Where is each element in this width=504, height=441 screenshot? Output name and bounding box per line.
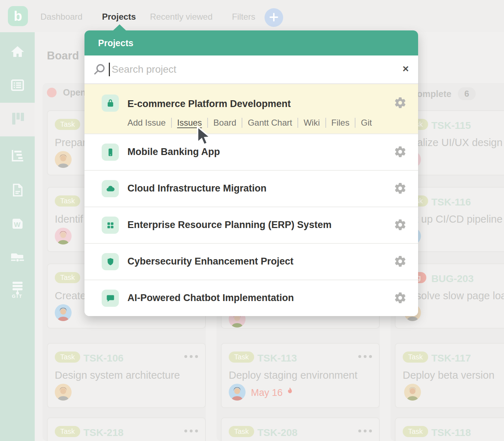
task-badge: Task	[403, 352, 428, 363]
task-card[interactable]: Task TSK-218	[47, 417, 206, 441]
card-menu-dots[interactable]	[358, 355, 372, 358]
gear-icon[interactable]	[394, 218, 407, 233]
close-icon[interactable]: ×	[402, 63, 409, 75]
quick-link-board[interactable]: Board	[207, 118, 236, 128]
card-menu-dots[interactable]	[184, 430, 198, 432]
nav-recently-viewed[interactable]: Recently viewed	[150, 12, 213, 22]
task-badge: Task	[55, 426, 80, 437]
quick-link-git[interactable]: Git	[355, 118, 372, 128]
quick-link-add-issue[interactable]: Add Issue	[127, 118, 166, 128]
task-card[interactable]: Task TSK-117 Deploy beta version	[395, 343, 504, 408]
folder-network-icon	[9, 249, 26, 268]
sidebar-item-board[interactable]	[0, 107, 35, 132]
task-badge: Task	[229, 352, 254, 363]
project-row-ecommerce[interactable]: E-commerce Platform Development Add Issu…	[84, 84, 418, 134]
task-card[interactable]: Task TSK-118	[395, 417, 504, 441]
sidebar-item-home[interactable]	[0, 40, 35, 65]
document-icon	[9, 181, 26, 200]
card-id: TSK-117	[431, 353, 471, 364]
sidebar-item-gantt[interactable]	[0, 144, 35, 169]
search-input[interactable]: Search project ×	[84, 55, 418, 84]
projects-popup: Projects Search project × E-commerce Pla…	[84, 30, 418, 316]
card-title: Design system architecture	[55, 369, 180, 381]
project-row-cybersecurity[interactable]: Cybersecurity Enhancement Project	[84, 243, 418, 280]
sidebar-item-wiki[interactable]: W	[0, 212, 35, 237]
project-row-cloud-infrastructure[interactable]: Cloud Infrastructure Migration	[84, 170, 418, 207]
project-row-erp[interactable]: Enterprise Resource Planning (ERP) Syste…	[84, 207, 418, 243]
card-id: TSK-118	[431, 427, 471, 438]
chat-bubble-icon	[102, 290, 119, 307]
sidebar-item-backlog[interactable]	[0, 73, 35, 98]
project-name[interactable]: AI-Powered Chatbot Implementation	[127, 292, 294, 304]
quick-links: Add Issue Issues Board Gantt Chart Wiki …	[127, 118, 372, 128]
card-menu-dots[interactable]	[358, 430, 372, 432]
task-badge: Task	[55, 352, 80, 363]
quick-link-gantt-chart[interactable]: Gantt Chart	[242, 118, 292, 128]
fire-icon	[286, 387, 294, 399]
project-name[interactable]: Mobile Banking App	[127, 146, 220, 158]
gear-icon[interactable]	[394, 291, 407, 306]
card-id: TSK-115	[431, 120, 471, 131]
text-caret	[109, 63, 110, 76]
task-card[interactable]: Task TSK-106 Design system architecture	[47, 343, 206, 408]
task-badge: Task	[55, 119, 80, 130]
gear-icon[interactable]	[394, 145, 407, 160]
nav-filters[interactable]: Filters	[232, 12, 255, 22]
card-id: TSK-218	[83, 427, 123, 438]
project-name[interactable]: E-commerce Platform Development	[127, 98, 291, 110]
app-logo[interactable]: b	[8, 6, 28, 26]
project-name[interactable]: Enterprise Resource Planning (ERP) Syste…	[127, 219, 331, 231]
git-label: GIT	[0, 294, 35, 299]
kanban-board-icon	[9, 110, 26, 129]
task-badge: Task	[229, 426, 254, 437]
avatar	[55, 228, 72, 244]
sidebar-item-documents[interactable]	[0, 178, 35, 203]
gear-icon[interactable]	[394, 182, 407, 196]
task-badge: Task	[55, 195, 80, 207]
shopping-bag-icon	[102, 94, 119, 112]
gear-icon[interactable]	[394, 255, 407, 269]
shield-icon	[102, 253, 119, 270]
task-card[interactable]: Task TSK-208	[221, 417, 380, 441]
task-badge: Task	[403, 426, 428, 437]
plus-icon	[269, 13, 278, 23]
avatar	[55, 304, 72, 321]
project-name[interactable]: Cybersecurity Enhancement Project	[127, 256, 294, 267]
sidebar-item-files[interactable]	[0, 246, 35, 271]
nav-dashboard[interactable]: Dashboard	[40, 12, 82, 22]
avatar	[404, 384, 421, 401]
page-title: Board	[47, 49, 79, 62]
gear-icon[interactable]	[394, 96, 407, 111]
add-button[interactable]	[265, 8, 283, 27]
project-row-mobile-banking[interactable]: Mobile Banking App	[84, 134, 418, 170]
avatar	[55, 384, 72, 401]
card-title: Create	[55, 290, 86, 302]
open-status-dot	[47, 88, 57, 97]
quick-link-wiki[interactable]: Wiki	[297, 118, 320, 128]
project-row-ai-chatbot[interactable]: AI-Powered Chatbot Implementation	[84, 280, 418, 316]
task-badge: Task	[55, 272, 80, 283]
topbar: b Dashboard Projects Recently viewed Fil…	[0, 0, 504, 32]
cloud-icon	[102, 180, 119, 197]
card-menu-dots[interactable]	[184, 355, 198, 358]
gantt-chart-icon	[9, 147, 26, 166]
project-name[interactable]: Cloud Infrastructure Migration	[127, 183, 267, 194]
wiki-icon: W	[9, 215, 26, 234]
search-icon	[93, 63, 106, 76]
nav-projects[interactable]: Projects	[102, 12, 136, 22]
sidebar: W GIT	[0, 32, 35, 441]
card-id: TSK-113	[257, 353, 297, 364]
home-icon	[9, 43, 26, 62]
avatar	[229, 384, 246, 401]
column-open-header: Open	[47, 87, 86, 98]
card-title: Deploy staging environment	[229, 369, 357, 381]
quick-link-issues[interactable]: Issues	[171, 118, 202, 128]
task-card[interactable]: Task TSK-113 Deploy staging environment …	[221, 343, 380, 408]
popup-pointer	[113, 24, 126, 31]
smartphone-icon	[102, 144, 119, 161]
card-id: TSK-106	[83, 353, 123, 364]
app: b Dashboard Projects Recently viewed Fil…	[0, 0, 504, 441]
quick-link-files[interactable]: Files	[325, 118, 350, 128]
due-date: May 16	[251, 387, 294, 399]
column-complete-count: 6	[458, 87, 476, 100]
